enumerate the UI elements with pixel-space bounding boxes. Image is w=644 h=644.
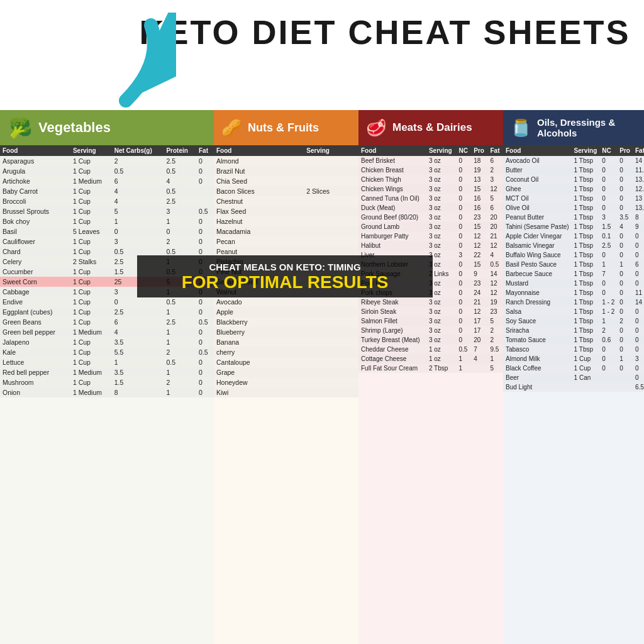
table-row: Cheddar Cheese1 oz0.579.5: [358, 345, 503, 354]
table-row: Kale1 Cup5.520.5: [0, 347, 214, 357]
meats-col-carbs: NC: [456, 145, 471, 156]
table-row: Bok choy1 Cup110: [0, 216, 214, 226]
table-row: Ranch Dressing1 Tbsp1 - 2014: [503, 297, 644, 307]
table-row: Coconut Oil1 Tbsp0013.5: [503, 175, 644, 184]
table-row: Arugula1 Cup0.50.50: [0, 166, 214, 176]
table-row: Beer1 Can0: [503, 373, 644, 382]
table-row: Kiwi: [214, 387, 358, 397]
table-row: Olive Oil1 Tbsp0013.5: [503, 203, 644, 213]
cat-nuts: 🥜 Nuts & Fruits: [214, 110, 358, 145]
meats-icon: 🥩: [366, 118, 386, 138]
meats-col-fat: Fat: [488, 145, 503, 156]
meats-col-food: Food: [358, 145, 426, 156]
table-row: Canned Tuna (In Oil)3 oz0165: [358, 194, 503, 203]
table-row: cherry: [214, 347, 358, 357]
cat-meats-label: Meats & Dairies: [392, 121, 472, 134]
table-row: Black Coffee1 Cup000: [503, 364, 644, 373]
veg-col-serving: Serving: [70, 145, 112, 156]
table-row: Avocado Oil1 Tbsp0014: [503, 156, 644, 165]
table-row: Mushroom1 Cup1.520: [0, 377, 214, 387]
table-row: Duck (Meat)3 oz0166: [358, 203, 503, 213]
table-row: Salsa1 Tbsp1 - 200: [503, 307, 644, 316]
table-row: MCT Oil1 Tbsp0013: [503, 194, 644, 203]
table-row: Chestnut: [214, 196, 358, 206]
table-row: Butter1 Tbsp0011.5: [503, 165, 644, 175]
overlay-banner: CHEAT MEALS ON KETO: TIMING FOR OPTIMAL …: [137, 255, 433, 297]
table-row: Brussel Sprouts1 Cup530.5: [0, 206, 214, 216]
table-row: Apple: [214, 307, 358, 317]
nuts-icon: 🥜: [221, 118, 242, 138]
table-row: Cottage Cheese1 oz141: [358, 354, 503, 364]
table-row: Almond: [214, 156, 358, 166]
nuts-col-serving: Serving: [304, 145, 358, 156]
table-row: Artichoke1 Medium640: [0, 176, 214, 186]
table-row: Bud Light6.5: [503, 382, 644, 392]
table-row: Ghee1 Tbsp0012.5: [503, 184, 644, 194]
page-title: KETO DIET CHEAT SHEETS: [138, 14, 631, 51]
table-row: Red bell pepper1 Medium3.510: [0, 367, 214, 377]
table-row: Basil Pesto Sauce1 Tbsp116: [503, 260, 644, 269]
table-row: Basil5 Leaves000: [0, 226, 214, 236]
table-row: Chia Seed: [214, 176, 358, 186]
table-row: Broccoli1 Cup42.5: [0, 196, 214, 206]
table-row: Mustard1 Tbsp000: [503, 279, 644, 288]
table-row: Turkey Breast (Meat)3 oz0202: [358, 335, 503, 345]
table-row: Hazelnut: [214, 216, 358, 226]
table-row: Ground Lamb3 oz01520: [358, 222, 503, 231]
overlay-line1: CHEAT MEALS ON KETO: TIMING: [150, 262, 420, 272]
table-row: Sirloin Steak3 oz01223: [358, 307, 503, 316]
table-row: Barbecue Sauce1 Tbsp700: [503, 269, 644, 279]
meats-col-serving: Serving: [426, 145, 457, 156]
table-row: Hamburger Patty3 oz01221: [358, 231, 503, 241]
nuts-col-food: Food: [214, 145, 304, 156]
veg-col-food: Food: [0, 145, 70, 156]
oils-col-carbs: NC: [599, 145, 617, 156]
table-row: Blackberry: [214, 317, 358, 327]
table-row: Pecan: [214, 236, 358, 247]
cat-meats: 🥩 Meats & Dairies: [358, 110, 503, 145]
table-row: Balsamic Vinegar1 Tbsp2.500: [503, 241, 644, 250]
broccoli-icon: 🥦: [9, 117, 32, 139]
table-row: Beef Brisket3 oz0186: [358, 156, 503, 165]
table-row: Mayonnaise1 Tbsp0011: [503, 288, 644, 297]
table-row: Brazil Nut: [214, 166, 358, 176]
veg-col-protein: Protein: [164, 145, 196, 156]
nuts-section: Food Serving AlmondBrazil NutChia SeedBa…: [214, 145, 358, 644]
oils-col-fat: Fat: [633, 145, 644, 156]
table-row: Bacon Slices2 Slices: [214, 186, 358, 196]
tables-area: Food Serving Net Carbs(g) Protein Fat As…: [0, 145, 644, 644]
meats-col-protein: Pro: [471, 145, 487, 156]
table-row: Green Beans1 Cup62.50.5: [0, 317, 214, 327]
table-row: Tomato Sauce1 Tbsp0.600: [503, 335, 644, 345]
table-row: Soy Sauce1 Tbsp120: [503, 316, 644, 326]
table-row: Avocado: [214, 297, 358, 307]
oils-icon: 🫙: [511, 118, 531, 138]
vegetables-section: Food Serving Net Carbs(g) Protein Fat As…: [0, 145, 214, 644]
table-row: Full Fat Sour Cream2 Tbsp15: [358, 364, 503, 373]
table-row: Onion1 Medium810: [0, 387, 214, 397]
table-row: Jalapeno1 Cup3.510: [0, 337, 214, 347]
table-row: Almond Milk1 Cup013: [503, 354, 644, 364]
table-row: Grape: [214, 367, 358, 377]
table-row: Flax Seed: [214, 206, 358, 216]
table-row: Chicken Breast3 oz0192: [358, 165, 503, 175]
table-row: Tahini (Sesame Paste)1 Tbsp1.549: [503, 222, 644, 231]
table-row: Ground Beef (80/20)3 oz02320: [358, 213, 503, 222]
table-row: Apple Cider Vinegar1 Tbsp0.100: [503, 231, 644, 241]
table-row: Ribeye Steak3 oz02119: [358, 297, 503, 307]
table-row: Sriracha1 Tbsp200: [503, 326, 644, 335]
meats-section: Food Serving NC Pro Fat Beef Brisket3 oz…: [358, 145, 503, 644]
overlay-line2: FOR OPTIMAL RESULTS: [150, 272, 420, 292]
table-row: Macadamia: [214, 226, 358, 236]
table-row: Eggplant (cubes)1 Cup2.510: [0, 307, 214, 317]
table-row: Shrimp (Large)3 oz0172: [358, 326, 503, 335]
table-row: Halibut3 oz01212: [358, 241, 503, 250]
table-row: Tabasco1 Tbsp000: [503, 345, 644, 354]
table-row: Buffalo Wing Sauce1 Tbsp000: [503, 250, 644, 260]
table-row: Salmon Fillet3 oz0175: [358, 316, 503, 326]
table-row: Honeydew: [214, 377, 358, 387]
table-row: Baby Carrot1 Cup40.5: [0, 186, 214, 196]
table-row: Endive1 Cup00.50: [0, 297, 214, 307]
oils-section: Food Serving NC Pro Fat Avocado Oil1 Tbs…: [503, 145, 644, 644]
veg-col-fat: Fat: [196, 145, 214, 156]
